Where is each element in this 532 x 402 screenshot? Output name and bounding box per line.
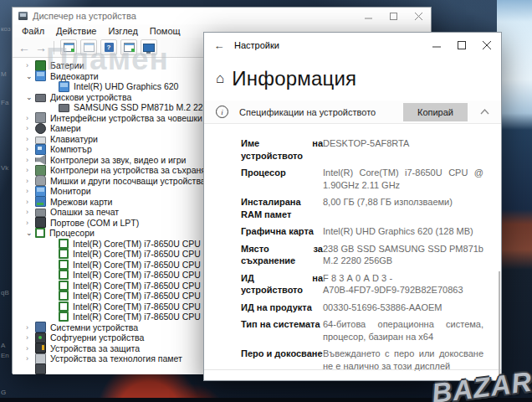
device-category-icon xyxy=(35,209,46,217)
device-category-icon xyxy=(35,165,46,176)
desktop-icon-label: Vk xyxy=(1,164,8,172)
expand-chevron-icon[interactable]: › xyxy=(26,208,35,216)
tree-item-label: Системни устройства xyxy=(50,322,138,332)
desktop-icon-label: A xyxy=(1,342,5,349)
maximize-icon[interactable] xyxy=(381,8,406,24)
back-button[interactable]: ← xyxy=(204,39,234,52)
expand-chevron-icon[interactable]: › xyxy=(26,323,35,332)
desktop-icon-label: qB xyxy=(1,289,9,296)
copy-button[interactable]: Копирай xyxy=(403,103,468,121)
desktop-icon-label: M xyxy=(1,70,7,78)
settings-window: ← Настройки ⌂ Информация i Спецификации … xyxy=(203,32,502,381)
spec-value: F83A0AD3-A70B-4FD7-9DF9-792B82E70863 xyxy=(323,272,483,296)
spec-row: Графична карта Intel(R) UHD Graphics 620… xyxy=(241,225,501,238)
device-category-icon xyxy=(35,144,46,155)
spec-label: Име на устройството xyxy=(241,137,323,162)
device-category-icon xyxy=(59,239,69,249)
tree-item-label: Intel(R) UHD Graphics 620 xyxy=(74,81,178,91)
tree-item-label: Софтуерни устройства xyxy=(50,332,144,343)
tree-item-label: Процесори xyxy=(49,228,95,238)
page-header: ⌂ Информация xyxy=(204,64,501,93)
spec-label: ИД на продукта xyxy=(241,302,323,314)
spec-label: Перо и докосване xyxy=(241,348,323,372)
spec-label: Тип на системата xyxy=(241,318,323,343)
expand-chevron-icon[interactable]: ⌄ xyxy=(26,93,35,101)
expand-chevron-icon[interactable]: › xyxy=(26,333,35,342)
device-category-icon xyxy=(35,175,46,186)
expand-chevron-icon[interactable]: › xyxy=(26,198,35,206)
device-category-icon xyxy=(59,291,69,301)
device-category-icon xyxy=(35,60,46,71)
desktop-icon-label: G xyxy=(1,389,6,396)
tree-item-label: Устройства за защита xyxy=(50,343,140,353)
expand-chevron-icon[interactable]: › xyxy=(26,344,35,353)
device-category-icon xyxy=(35,70,46,81)
menu-file[interactable]: Файл xyxy=(16,26,50,36)
device-category-icon xyxy=(35,363,46,374)
expand-chevron-icon[interactable]: › xyxy=(26,177,35,185)
spec-row: ИД на устройството F83A0AD3-A70B-4FD7-9D… xyxy=(241,272,501,296)
close-icon[interactable] xyxy=(406,8,431,24)
device-category-icon xyxy=(59,302,69,312)
menu-action[interactable]: Действие xyxy=(50,26,102,36)
expand-chevron-icon[interactable]: › xyxy=(26,219,35,227)
tree-item-label: Устройства за технология памет xyxy=(50,353,182,363)
device-category-icon xyxy=(35,112,46,123)
close-icon[interactable] xyxy=(474,33,499,58)
spec-row: ИД на продукта 00330-51696-53886-AAOEM xyxy=(241,302,501,314)
scrollbar[interactable] xyxy=(499,271,500,379)
expand-chevron-icon[interactable]: › xyxy=(26,187,35,195)
spec-row: Перо и докосване Въвеждането с перо или … xyxy=(241,348,501,372)
desktop-icon-label: Fa xyxy=(1,99,8,106)
expand-chevron-icon[interactable]: ⌄ xyxy=(26,229,35,237)
device-category-icon xyxy=(59,81,69,92)
spec-value: 8,00 ГБ (7,88 ГБ използваеми) xyxy=(323,196,483,220)
expand-chevron-icon[interactable]: › xyxy=(26,61,35,70)
minimize-icon[interactable] xyxy=(356,8,381,24)
expand-chevron-icon[interactable]: ⌄ xyxy=(26,72,35,80)
spec-value: Intel(R) UHD Graphics 620 (128 MB) xyxy=(323,225,483,238)
chevron-up-icon[interactable] xyxy=(480,109,489,115)
expand-chevron-icon[interactable]: › xyxy=(26,354,35,363)
home-icon: ⌂ xyxy=(216,70,224,87)
device-category-icon xyxy=(35,322,46,332)
expand-chevron-icon[interactable]: › xyxy=(26,135,35,143)
tree-item-label: Мрежови карти xyxy=(50,197,112,207)
expand-chevron-icon[interactable]: › xyxy=(26,166,35,174)
device-category-icon xyxy=(59,260,69,270)
spec-value: 00330-51696-53886-AAOEM xyxy=(323,302,483,314)
info-icon: i xyxy=(216,106,228,118)
expand-chevron-icon[interactable]: › xyxy=(26,145,35,153)
spec-label: Инсталирана RAM памет xyxy=(241,196,323,220)
desktop-icon-label: En xyxy=(1,352,9,359)
device-category-icon xyxy=(35,123,46,134)
device-specifications-header: i Спецификации на устройството Копирай xyxy=(204,100,501,124)
expand-chevron-icon[interactable]: › xyxy=(26,124,35,132)
minimize-icon[interactable] xyxy=(424,33,449,58)
expand-chevron-icon[interactable]: › xyxy=(26,156,35,164)
settings-titlebar[interactable]: ← Настройки xyxy=(204,33,501,58)
device-category-icon xyxy=(35,217,46,228)
device-manager-titlebar[interactable]: Диспечер на устройства xyxy=(13,8,431,24)
spec-row: Място за съхранение 238 GB SSD SAMSUNG S… xyxy=(241,243,501,267)
tree-item-label: Мишки и други посочващи устройства xyxy=(50,176,206,186)
tree-item-label: Клавиатури xyxy=(50,134,98,144)
desktop-icon-label: коз xyxy=(1,25,11,33)
device-category-icon xyxy=(35,343,46,353)
page-title: Информация xyxy=(232,67,356,90)
spec-label: ИД на устройството xyxy=(241,272,323,296)
spec-list: Име на устройството DESKTOP-5AF8RTA Проц… xyxy=(204,124,501,372)
expand-chevron-icon[interactable]: › xyxy=(26,114,35,122)
spec-label: Графична карта xyxy=(241,225,323,238)
menu-view[interactable]: Изглед xyxy=(102,26,143,36)
back-arrow-icon[interactable]: ← xyxy=(18,41,31,54)
device-category-icon xyxy=(59,281,69,291)
section-divider xyxy=(204,369,501,370)
settings-title: Настройки xyxy=(234,40,279,50)
maximize-icon[interactable] xyxy=(449,33,474,58)
menu-help[interactable]: Помощ xyxy=(144,26,187,36)
device-category-icon xyxy=(35,228,45,238)
device-category-icon xyxy=(59,104,69,112)
device-category-icon xyxy=(35,353,46,364)
tree-item-label: Контролери за звук, видео и игри xyxy=(50,155,186,165)
